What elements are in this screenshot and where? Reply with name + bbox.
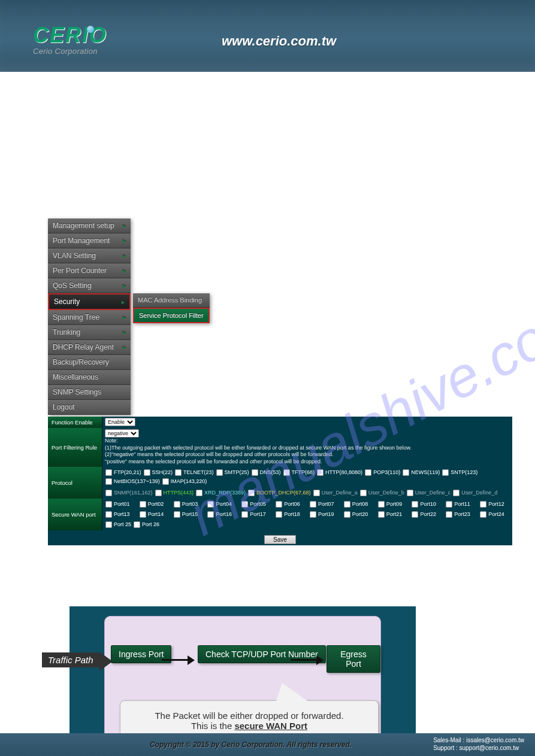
checkbox[interactable] — [241, 511, 248, 518]
checkbox[interactable] — [446, 501, 452, 508]
checkbox[interactable] — [310, 511, 316, 518]
port-filtering-rule-select[interactable]: negative — [105, 429, 139, 438]
protocol-checkbox[interactable]: SNMP(161,162) — [105, 489, 153, 497]
protocol-checkbox[interactable]: User_Define_c — [406, 489, 451, 497]
protocol-checkbox[interactable]: DNS(53) — [251, 469, 281, 476]
checkbox[interactable] — [162, 478, 169, 485]
checkbox[interactable] — [143, 469, 150, 476]
checkbox[interactable] — [252, 469, 258, 476]
port-checkbox[interactable]: Port11 — [445, 500, 474, 508]
checkbox[interactable] — [453, 490, 460, 496]
submenu-item-service-protocol-filter[interactable]: Service Protocol Filter — [133, 308, 210, 324]
port-checkbox[interactable]: Port15 — [173, 511, 202, 518]
protocol-checkbox[interactable]: POP3(110) — [364, 469, 400, 476]
checkbox[interactable] — [276, 511, 282, 518]
port-checkbox[interactable]: Port21 — [377, 511, 406, 518]
checkbox[interactable] — [442, 469, 449, 476]
sidebar-item-backup-recovery[interactable]: Backup/Recovery — [48, 355, 131, 370]
protocol-checkbox[interactable]: NetBIOS(137~139) — [105, 478, 160, 485]
sidebar-item-dhcp-relay-agent[interactable]: DHCP Relay Agent▸ — [48, 340, 131, 355]
checkbox[interactable] — [105, 521, 112, 528]
port-checkbox[interactable]: Port05 — [241, 500, 270, 508]
port-checkbox[interactable]: Port13 — [105, 511, 134, 518]
sidebar-item-port-management[interactable]: Port Management▸ — [48, 233, 131, 248]
protocol-checkbox[interactable]: XRD_RDP(3389) — [195, 489, 246, 497]
port-checkbox[interactable]: Port09 — [377, 500, 406, 508]
checkbox[interactable] — [276, 501, 282, 508]
checkbox[interactable] — [105, 469, 112, 476]
port-checkbox[interactable]: Port 26 — [133, 521, 159, 529]
checkbox[interactable] — [216, 469, 223, 476]
checkbox[interactable] — [365, 469, 371, 476]
port-checkbox[interactable]: Port23 — [445, 511, 474, 518]
protocol-checkbox[interactable]: SSH(22) — [143, 469, 173, 476]
protocol-checkbox[interactable]: HTTP(80,8080) — [316, 469, 362, 476]
protocol-checkbox[interactable]: BOOTP_DHCP(67,68) — [247, 489, 311, 497]
port-checkbox[interactable]: Port19 — [309, 511, 338, 518]
protocol-checkbox[interactable]: HTTPS(443) — [155, 489, 194, 497]
port-checkbox[interactable]: Port14 — [139, 511, 168, 518]
checkbox[interactable] — [155, 490, 162, 496]
checkbox[interactable] — [248, 490, 255, 496]
checkbox[interactable] — [140, 501, 146, 508]
sidebar-item-snmp-settings[interactable]: SNMP Settings — [48, 385, 131, 400]
checkbox[interactable] — [480, 501, 486, 508]
sidebar-item-miscellaneous[interactable]: Miscellaneous — [48, 370, 131, 385]
sidebar-item-spanning-tree[interactable]: Spanning Tree▸ — [48, 310, 131, 325]
sidebar-item-management-setup[interactable]: Management setup▸ — [48, 218, 131, 233]
port-checkbox[interactable]: Port24 — [479, 511, 508, 518]
checkbox[interactable] — [313, 490, 320, 496]
port-checkbox[interactable]: Port07 — [309, 500, 338, 508]
checkbox[interactable] — [412, 501, 418, 508]
port-checkbox[interactable]: Port04 — [207, 500, 235, 508]
checkbox[interactable] — [403, 469, 409, 476]
protocol-checkbox[interactable]: FTP(20,21) — [105, 469, 141, 476]
sidebar-item-per-port-counter[interactable]: Per Port Counter▸ — [48, 263, 131, 278]
submenu-item-mac-address-binding[interactable]: MAC Address Binding — [133, 293, 210, 308]
checkbox[interactable] — [140, 511, 146, 518]
sidebar-item-vlan-setting[interactable]: VLAN Setting▸ — [48, 248, 131, 263]
checkbox[interactable] — [283, 469, 290, 476]
protocol-checkbox[interactable]: SMTP(25) — [216, 469, 249, 476]
checkbox[interactable] — [207, 511, 214, 518]
checkbox[interactable] — [360, 490, 367, 496]
sidebar-item-trunking[interactable]: Trunking▸ — [48, 325, 131, 340]
checkbox[interactable] — [412, 511, 418, 518]
port-checkbox[interactable]: Port01 — [105, 500, 134, 508]
port-checkbox[interactable]: Port 25 — [105, 521, 131, 529]
function-enable-select[interactable]: Enable — [105, 418, 135, 426]
checkbox[interactable] — [344, 511, 350, 518]
checkbox[interactable] — [378, 501, 385, 508]
checkbox[interactable] — [317, 469, 324, 476]
checkbox[interactable] — [134, 521, 140, 528]
protocol-checkbox[interactable]: TELNET(23) — [174, 469, 214, 476]
checkbox[interactable] — [207, 501, 214, 508]
checkbox[interactable] — [105, 478, 112, 485]
checkbox[interactable] — [378, 511, 385, 518]
protocol-checkbox[interactable]: IMAP(143,220) — [162, 478, 207, 485]
port-checkbox[interactable]: Port02 — [139, 500, 168, 508]
protocol-checkbox[interactable]: SNTP(123) — [442, 469, 477, 476]
port-checkbox[interactable]: Port06 — [275, 500, 304, 508]
checkbox[interactable] — [105, 511, 112, 518]
sidebar-item-logout[interactable]: Logout — [48, 400, 131, 415]
checkbox[interactable] — [196, 490, 202, 496]
port-checkbox[interactable]: Port10 — [411, 500, 440, 508]
checkbox[interactable] — [407, 490, 413, 496]
protocol-checkbox[interactable]: User_Define_a — [313, 489, 358, 497]
port-checkbox[interactable]: Port03 — [173, 500, 202, 508]
port-checkbox[interactable]: Port08 — [343, 500, 372, 508]
checkbox[interactable] — [174, 501, 180, 508]
checkbox[interactable] — [105, 501, 112, 508]
checkbox[interactable] — [175, 469, 182, 476]
port-checkbox[interactable]: Port20 — [343, 511, 372, 518]
port-checkbox[interactable]: Port16 — [207, 511, 235, 518]
protocol-checkbox[interactable]: TFTP(68) — [283, 469, 315, 476]
protocol-checkbox[interactable]: User_Define_d — [452, 489, 497, 497]
checkbox[interactable] — [241, 501, 248, 508]
checkbox[interactable] — [446, 511, 452, 518]
sidebar-item-security[interactable]: Security▸ — [48, 293, 131, 310]
protocol-checkbox[interactable]: User_Define_b — [359, 489, 404, 497]
checkbox[interactable] — [174, 511, 180, 518]
checkbox[interactable] — [310, 501, 316, 508]
